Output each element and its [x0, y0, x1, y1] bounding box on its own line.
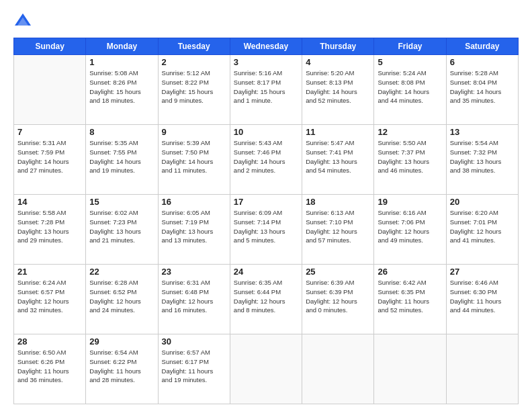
calendar-cell: 12Sunrise: 5:50 AM Sunset: 7:37 PM Dayli… [374, 125, 446, 195]
calendar-cell: 23Sunrise: 6:31 AM Sunset: 6:48 PM Dayli… [158, 265, 230, 334]
weekday-header-monday: Monday [86, 38, 158, 55]
day-info: Sunrise: 5:43 AM Sunset: 7:46 PM Dayligh… [234, 138, 298, 175]
calendar-cell: 22Sunrise: 6:28 AM Sunset: 6:52 PM Dayli… [86, 265, 158, 334]
day-number: 29 [89, 336, 154, 347]
calendar-cell: 20Sunrise: 6:20 AM Sunset: 7:01 PM Dayli… [446, 195, 518, 265]
day-info: Sunrise: 6:46 AM Sunset: 6:30 PM Dayligh… [450, 278, 515, 315]
day-info: Sunrise: 6:57 AM Sunset: 6:17 PM Dayligh… [162, 348, 226, 385]
header [13, 12, 519, 31]
calendar-week-1: 1Sunrise: 5:08 AM Sunset: 8:26 PM Daylig… [14, 55, 519, 125]
day-number: 13 [450, 127, 515, 137]
calendar-cell: 27Sunrise: 6:46 AM Sunset: 6:30 PM Dayli… [446, 265, 518, 334]
calendar-cell [302, 334, 374, 404]
calendar-cell: 26Sunrise: 6:42 AM Sunset: 6:35 PM Dayli… [374, 265, 446, 334]
day-info: Sunrise: 6:31 AM Sunset: 6:48 PM Dayligh… [162, 278, 226, 315]
day-number: 20 [450, 197, 515, 207]
day-info: Sunrise: 5:50 AM Sunset: 7:37 PM Dayligh… [378, 138, 442, 175]
day-info: Sunrise: 5:20 AM Sunset: 8:13 PM Dayligh… [306, 68, 370, 105]
weekday-header-thursday: Thursday [302, 38, 374, 55]
calendar-cell: 4Sunrise: 5:20 AM Sunset: 8:13 PM Daylig… [302, 55, 374, 125]
day-number: 5 [378, 57, 442, 67]
day-info: Sunrise: 5:08 AM Sunset: 8:26 PM Dayligh… [89, 68, 154, 105]
calendar-cell: 3Sunrise: 5:16 AM Sunset: 8:17 PM Daylig… [230, 55, 302, 125]
day-number: 9 [162, 127, 226, 137]
calendar-week-2: 7Sunrise: 5:31 AM Sunset: 7:59 PM Daylig… [14, 125, 519, 195]
day-number: 10 [234, 127, 298, 137]
day-number: 2 [162, 57, 226, 67]
weekday-header-wednesday: Wednesday [230, 38, 302, 55]
calendar-cell: 30Sunrise: 6:57 AM Sunset: 6:17 PM Dayli… [158, 334, 230, 404]
day-number: 14 [17, 197, 82, 207]
day-info: Sunrise: 5:12 AM Sunset: 8:22 PM Dayligh… [162, 68, 226, 105]
day-number: 17 [234, 197, 298, 207]
day-number: 8 [89, 127, 154, 137]
day-number: 26 [378, 267, 442, 277]
day-number: 28 [17, 336, 82, 347]
calendar-cell: 9Sunrise: 5:39 AM Sunset: 7:50 PM Daylig… [158, 125, 230, 195]
calendar-cell: 18Sunrise: 6:13 AM Sunset: 7:10 PM Dayli… [302, 195, 374, 265]
day-info: Sunrise: 5:28 AM Sunset: 8:04 PM Dayligh… [450, 68, 515, 105]
calendar-page: SundayMondayTuesdayWednesdayThursdayFrid… [0, 0, 532, 411]
calendar-cell [230, 334, 302, 404]
day-number: 1 [89, 57, 154, 67]
calendar-cell: 7Sunrise: 5:31 AM Sunset: 7:59 PM Daylig… [14, 125, 86, 195]
day-info: Sunrise: 5:24 AM Sunset: 8:08 PM Dayligh… [378, 68, 442, 105]
day-number: 19 [378, 197, 442, 207]
calendar-cell: 5Sunrise: 5:24 AM Sunset: 8:08 PM Daylig… [374, 55, 446, 125]
day-number: 3 [234, 57, 298, 67]
calendar-cell: 1Sunrise: 5:08 AM Sunset: 8:26 PM Daylig… [86, 55, 158, 125]
calendar-cell: 24Sunrise: 6:35 AM Sunset: 6:44 PM Dayli… [230, 265, 302, 334]
day-number: 24 [234, 267, 298, 277]
calendar-cell: 25Sunrise: 6:39 AM Sunset: 6:39 PM Dayli… [302, 265, 374, 334]
day-info: Sunrise: 5:35 AM Sunset: 7:55 PM Dayligh… [89, 138, 154, 175]
calendar-cell [446, 334, 518, 404]
day-info: Sunrise: 6:02 AM Sunset: 7:23 PM Dayligh… [89, 208, 154, 245]
calendar-week-5: 28Sunrise: 6:50 AM Sunset: 6:26 PM Dayli… [14, 334, 519, 404]
day-info: Sunrise: 6:20 AM Sunset: 7:01 PM Dayligh… [450, 208, 515, 245]
calendar-cell [14, 55, 86, 125]
day-info: Sunrise: 6:09 AM Sunset: 7:14 PM Dayligh… [234, 208, 298, 245]
calendar-cell: 8Sunrise: 5:35 AM Sunset: 7:55 PM Daylig… [86, 125, 158, 195]
day-info: Sunrise: 5:31 AM Sunset: 7:59 PM Dayligh… [17, 138, 82, 175]
weekday-header-row: SundayMondayTuesdayWednesdayThursdayFrid… [14, 38, 519, 55]
day-number: 21 [17, 267, 82, 277]
calendar-cell: 11Sunrise: 5:47 AM Sunset: 7:41 PM Dayli… [302, 125, 374, 195]
day-number: 16 [162, 197, 226, 207]
calendar-cell [374, 334, 446, 404]
day-info: Sunrise: 6:16 AM Sunset: 7:06 PM Dayligh… [378, 208, 442, 245]
day-number: 27 [450, 267, 515, 277]
day-number: 22 [89, 267, 154, 277]
calendar-week-3: 14Sunrise: 5:58 AM Sunset: 7:28 PM Dayli… [14, 195, 519, 265]
day-number: 11 [306, 127, 370, 137]
day-info: Sunrise: 6:24 AM Sunset: 6:57 PM Dayligh… [17, 278, 82, 315]
calendar-cell: 10Sunrise: 5:43 AM Sunset: 7:46 PM Dayli… [230, 125, 302, 195]
weekday-header-tuesday: Tuesday [158, 38, 230, 55]
day-number: 12 [378, 127, 442, 137]
calendar-cell: 17Sunrise: 6:09 AM Sunset: 7:14 PM Dayli… [230, 195, 302, 265]
calendar-table: SundayMondayTuesdayWednesdayThursdayFrid… [13, 38, 519, 404]
day-info: Sunrise: 5:39 AM Sunset: 7:50 PM Dayligh… [162, 138, 226, 175]
day-info: Sunrise: 5:47 AM Sunset: 7:41 PM Dayligh… [306, 138, 370, 175]
calendar-cell: 14Sunrise: 5:58 AM Sunset: 7:28 PM Dayli… [14, 195, 86, 265]
calendar-cell: 2Sunrise: 5:12 AM Sunset: 8:22 PM Daylig… [158, 55, 230, 125]
calendar-cell: 29Sunrise: 6:54 AM Sunset: 6:22 PM Dayli… [86, 334, 158, 404]
calendar-week-4: 21Sunrise: 6:24 AM Sunset: 6:57 PM Dayli… [14, 265, 519, 334]
day-info: Sunrise: 6:39 AM Sunset: 6:39 PM Dayligh… [306, 278, 370, 315]
calendar-cell: 21Sunrise: 6:24 AM Sunset: 6:57 PM Dayli… [14, 265, 86, 334]
day-number: 15 [89, 197, 154, 207]
day-number: 18 [306, 197, 370, 207]
weekday-header-saturday: Saturday [446, 38, 518, 55]
day-number: 4 [306, 57, 370, 67]
day-info: Sunrise: 5:54 AM Sunset: 7:32 PM Dayligh… [450, 138, 515, 175]
logo [13, 12, 35, 31]
day-number: 30 [162, 336, 226, 347]
day-info: Sunrise: 5:58 AM Sunset: 7:28 PM Dayligh… [17, 208, 82, 245]
day-info: Sunrise: 6:42 AM Sunset: 6:35 PM Dayligh… [378, 278, 442, 315]
day-info: Sunrise: 5:16 AM Sunset: 8:17 PM Dayligh… [234, 68, 298, 105]
logo-icon [13, 12, 32, 31]
weekday-header-friday: Friday [374, 38, 446, 55]
day-number: 7 [17, 127, 82, 137]
day-info: Sunrise: 6:50 AM Sunset: 6:26 PM Dayligh… [17, 348, 82, 385]
day-number: 23 [162, 267, 226, 277]
day-number: 6 [450, 57, 515, 67]
